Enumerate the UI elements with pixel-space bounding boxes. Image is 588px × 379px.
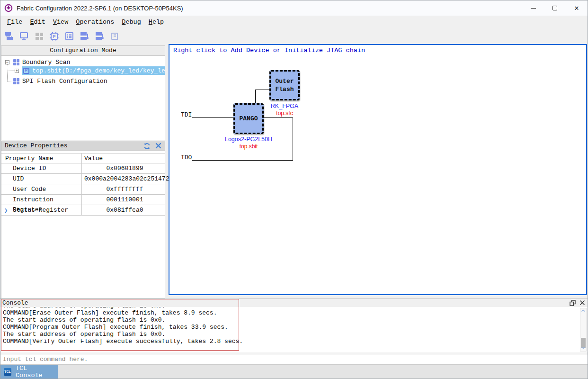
property-value: 0x00601899	[81, 163, 165, 173]
toolbar: P	[0, 28, 588, 44]
device-properties-table: Property Name Value Device ID 0x00601899…	[1, 153, 165, 216]
table-row[interactable]: Instruction Register 0001110001	[1, 195, 165, 205]
menu-bar: File Edit View Operations Debug Help	[0, 16, 588, 28]
property-name: UID	[1, 174, 81, 184]
fpga-part-name: Logos2-PG2L50H	[219, 136, 278, 143]
minimize-button[interactable]	[522, 0, 544, 16]
scroll-up-icon[interactable]	[580, 309, 586, 314]
target-monitor-icon[interactable]	[19, 31, 29, 41]
fpga-to-flash-wire	[255, 90, 269, 90]
close-icon: ✕	[574, 5, 579, 12]
tdi-wire	[192, 117, 233, 118]
scroll-down-icon[interactable]	[580, 346, 586, 351]
log-book-icon	[110, 31, 120, 41]
device-outer-flash[interactable]: Outer Flash	[269, 70, 300, 100]
console-line: The start address of operating flash is …	[3, 316, 579, 324]
minimize-icon	[531, 8, 536, 9]
select-mode-icon	[34, 31, 44, 41]
console-scrollbar[interactable]	[580, 308, 587, 352]
app-download-icon	[4, 4, 13, 12]
property-name: Instruction Register	[1, 195, 81, 205]
property-name: Status Register	[1, 205, 81, 215]
fpga-out-wire	[293, 117, 293, 161]
tree-guide-line	[8, 71, 15, 71]
tdo-label: TDO	[181, 154, 192, 161]
device-pango-fpga[interactable]: PANGO	[233, 103, 264, 134]
console-line: COMMAND[Program Outer Flash] execute fin…	[3, 324, 579, 331]
property-name: User Code	[1, 184, 81, 194]
table-row[interactable]: UID 0x000a2004283a02c251472…	[1, 174, 165, 184]
configuration-mode-tree: − Boundary Scan + P top.sbit(D:/fpga_dem…	[1, 56, 165, 140]
tree-item-spi-flash-configuration[interactable]: SPI Flash Configuration	[22, 78, 107, 85]
device-properties-panel: Property Name Value Device ID 0x00601899…	[1, 151, 165, 298]
property-value: 0x081ffca0	[81, 205, 165, 215]
menu-edit[interactable]: Edit	[30, 18, 45, 26]
tcl-icon: TCL	[4, 368, 11, 376]
fpga-to-flash-wire	[255, 90, 256, 104]
device-properties-title: Device Properties	[5, 142, 68, 149]
maximize-button[interactable]	[544, 0, 566, 16]
table-header-row: Property Name Value	[1, 153, 165, 163]
property-value: 0x000a2004283a02c251472…	[81, 174, 165, 184]
menu-view[interactable]: View	[53, 18, 68, 26]
console-close-icon[interactable]	[579, 300, 585, 306]
device-chip-icon[interactable]: P	[49, 31, 59, 41]
device-pango-label: PANGO	[233, 103, 264, 134]
maximize-icon	[552, 6, 557, 10]
boundary-scan-icon	[13, 59, 19, 65]
table-row[interactable]: User Code 0xffffffff	[1, 184, 165, 195]
jtag-chain-canvas[interactable]: Right click to Add Device or Initialize …	[169, 44, 587, 295]
tree-item-boundary-scan[interactable]: Boundary Scan	[22, 59, 70, 66]
table-row[interactable]: Device ID 0x00601899	[1, 163, 165, 174]
console-line-partial: The start address of operating flash is …	[3, 307, 579, 309]
property-value: 0xffffffff	[81, 184, 165, 194]
menu-operations[interactable]: Operations	[76, 18, 114, 26]
console-title: Console	[2, 299, 28, 307]
jtag-hint-text: Right click to Add Device or Initialize …	[173, 47, 365, 54]
configuration-mode-header: Configuration Mode	[1, 45, 165, 56]
fpga-file-name: top.sbit	[219, 143, 278, 150]
console-line: COMMAND[Erase Outer Flash] execute finis…	[3, 309, 579, 316]
close-button[interactable]: ✕	[566, 0, 588, 16]
menu-debug[interactable]: Debug	[122, 18, 141, 26]
console-line: The start address of operating flash is …	[3, 331, 579, 338]
console-output[interactable]: The start address of operating flash is …	[0, 307, 588, 352]
tcl-console-tab-label: TCL Console	[16, 365, 58, 379]
app-window: Fabric Configuration 2022.2-SP6.1 (on DE…	[0, 0, 588, 379]
property-name: Device ID	[1, 163, 81, 173]
float-panel-icon[interactable]	[570, 300, 576, 306]
column-header-value: Value	[81, 153, 165, 163]
tree-item-top-sbit[interactable]: top.sbit(D:/fpga_demo/key_led/key_led/…	[32, 67, 165, 74]
property-value: 0001110001	[81, 195, 165, 205]
tcl-command-input[interactable]	[0, 354, 588, 364]
device-outer-flash-label: Outer Flash	[269, 70, 300, 100]
spi-flash-icon	[13, 78, 19, 84]
operation-list-icon[interactable]	[64, 31, 74, 41]
bottom-tab-bar: TCL TCL Console	[0, 365, 588, 379]
tree-collapse-toggle[interactable]: −	[5, 60, 9, 64]
window-title: Fabric Configuration 2022.2-SP6.1 (on DE…	[17, 5, 183, 12]
flash-part-name: RK_FPGA	[255, 103, 314, 109]
panel-close-icon[interactable]	[155, 142, 162, 150]
tcl-input-row	[0, 354, 588, 365]
console-title-bar: Console	[0, 298, 588, 307]
jtag-chain-icon[interactable]	[4, 31, 14, 41]
program-device-icon[interactable]	[80, 31, 89, 41]
fpga-out-wire	[264, 117, 293, 118]
tdo-wire	[192, 160, 293, 161]
svg-text:P: P	[53, 34, 55, 39]
tree-guide-line	[8, 81, 13, 81]
tab-tcl-console[interactable]: TCL TCL Console	[0, 365, 58, 379]
device-properties-header: Device Properties	[1, 141, 165, 151]
table-row[interactable]: ❯ Status Register 0x081ffca0	[1, 205, 165, 216]
bitstream-chip-icon: P	[23, 68, 29, 74]
column-header-property-name: Property Name	[1, 153, 81, 163]
refresh-icon[interactable]	[143, 142, 151, 150]
menu-help[interactable]: Help	[149, 18, 164, 26]
tdi-label: TDI	[181, 111, 192, 118]
tree-expand-toggle[interactable]: +	[15, 69, 19, 73]
read-device-icon[interactable]	[95, 31, 105, 41]
title-bar: Fabric Configuration 2022.2-SP6.1 (on DE…	[0, 0, 588, 16]
menu-file[interactable]: File	[7, 18, 22, 26]
console-line: COMMAND[Verify Outer Flash] execute succ…	[3, 338, 579, 345]
